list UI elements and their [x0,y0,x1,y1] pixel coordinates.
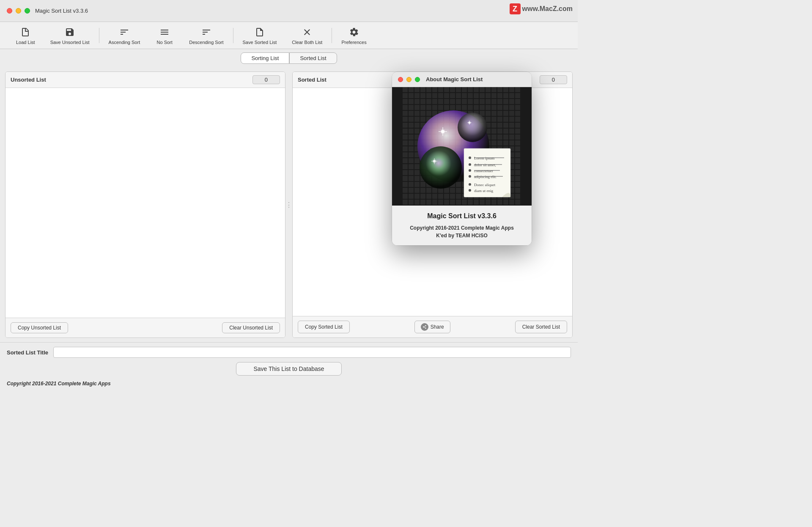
clear-unsorted-button[interactable]: Clear Unsorted List [222,322,280,333]
save-unsorted-icon [64,26,76,38]
unsorted-count-badge: 0 [252,75,280,84]
panel-divider[interactable]: ⋮ [285,71,292,338]
bottom-bar: Sorted List Title Save This List to Data… [0,342,578,393]
svg-point-16 [469,156,471,159]
about-image-container: Lorem ipsum dolor sit amet, consectetuer… [392,87,532,206]
svg-text:consectetuer: consectetuer [474,169,493,173]
about-minimize-button[interactable] [406,77,411,82]
macz-z-logo: Z [510,3,521,14]
about-close-button[interactable] [398,77,403,82]
svg-point-20 [469,169,471,172]
toolbar-sep-1 [99,28,99,43]
ascending-sort-label: Ascending Sort [109,40,140,45]
unsorted-panel-header: Unsorted List 0 [5,72,285,88]
save-sorted-list-button[interactable]: Save Sorted List [235,24,285,47]
sorting-list-tab[interactable]: Sorting List [241,52,289,64]
ascending-sort-button[interactable]: Ascending Sort [101,24,148,47]
unsorted-list-panel: Unsorted List 0 Copy Unsorted List Clear… [5,71,285,338]
copy-sorted-button[interactable]: Copy Sorted List [298,321,350,333]
macz-watermark: Z www.MacZ.com [510,3,573,14]
toolbar-sep-3 [332,28,332,43]
clear-both-list-button[interactable]: Clear Both List [284,24,330,47]
unsorted-list-footer: Copy Unsorted List Clear Unsorted List [5,318,285,338]
toolbar-sep-2 [233,28,233,43]
sorted-list-title-input[interactable] [53,347,571,358]
svg-text:Donec aliquet: Donec aliquet [474,183,496,187]
share-label: Share [431,324,444,330]
descending-sort-icon [200,26,212,38]
sorted-list-title: Sorted List [298,77,326,83]
preferences-label: Preferences [341,40,366,45]
about-body: Magic Sort List v3.3.6 Copyright 2016-20… [392,206,532,245]
descending-sort-label: Descending Sort [189,40,223,45]
svg-text:adipiscing elit.: adipiscing elit. [474,175,497,179]
about-title-bar: About Magic Sort List [392,72,532,87]
save-sorted-icon [254,26,266,38]
close-button[interactable] [7,8,12,14]
title-bar: Magic Sort List v3.3.6 Z www.MacZ.com [0,0,578,22]
about-app-name: Magic Sort List v3.3.6 [399,212,525,220]
svg-text:diam ut enig: diam ut enig [474,189,493,193]
about-maximize-button[interactable] [415,77,420,82]
macz-url: www.MacZ.com [522,5,573,13]
unsorted-list-body[interactable] [5,88,285,318]
window-title: Magic Sort List v3.3.6 [35,8,88,14]
no-sort-label: No Sort [157,40,173,45]
save-database-row: Save This List to Database [7,362,571,376]
preferences-button[interactable]: Preferences [334,24,374,47]
clear-both-label: Clear Both List [292,40,322,45]
clear-sorted-button[interactable]: Clear Sorted List [515,321,567,333]
svg-point-18 [469,163,471,166]
svg-text:Lorem ipsum: Lorem ipsum [474,156,494,160]
load-list-label: Load List [16,40,35,45]
svg-point-29 [469,189,471,192]
sorted-list-title-row: Sorted List Title [7,347,571,358]
svg-point-11 [458,113,487,142]
unsorted-list-title: Unsorted List [11,77,46,83]
save-unsorted-label: Save Unsorted List [50,40,90,45]
copyright-footer: Copyright 2016-2021 Complete Magic Apps [7,379,571,388]
svg-text:dolor sit amet,: dolor sit amet, [474,163,496,167]
about-app-icon: Lorem ipsum dolor sit amet, consectetuer… [403,87,521,206]
save-sorted-label: Save Sorted List [243,40,277,45]
about-dialog[interactable]: About Magic Sort List [392,72,532,245]
sorted-count-badge: 0 [540,75,567,84]
share-button[interactable]: Share [414,321,450,333]
svg-point-7 [420,146,462,189]
about-keyed-by: K'ed by TEAM HCiSO [399,233,525,239]
save-database-button[interactable]: Save This List to Database [236,362,341,376]
copy-unsorted-button[interactable]: Copy Unsorted List [11,322,68,333]
descending-sort-button[interactable]: Descending Sort [181,24,231,47]
window-controls [7,8,30,14]
no-sort-button[interactable]: No Sort [148,24,181,47]
svg-point-22 [469,175,471,178]
tab-bar: Sorting List Sorted List [0,49,578,67]
about-title-text: About Magic Sort List [426,76,483,82]
about-copyright: Copyright 2016-2021 Complete Magic Apps [399,225,525,231]
sorted-list-footer: Copy Sorted List Share Clear Sorted List [293,316,572,338]
sorted-list-tab[interactable]: Sorted List [289,52,337,64]
clear-both-icon [301,26,313,38]
maximize-button[interactable] [25,8,30,14]
ascending-sort-icon [118,26,130,38]
minimize-button[interactable] [16,8,21,14]
no-sort-icon [159,26,170,38]
share-icon [421,323,428,331]
load-list-button[interactable]: Load List [8,24,43,47]
sorted-list-title-label: Sorted List Title [7,349,48,356]
load-list-icon [19,26,31,38]
preferences-icon [348,26,360,38]
svg-point-28 [469,183,471,186]
save-unsorted-list-button[interactable]: Save Unsorted List [43,24,97,47]
toolbar: Load List Save Unsorted List Ascending S… [0,22,578,49]
